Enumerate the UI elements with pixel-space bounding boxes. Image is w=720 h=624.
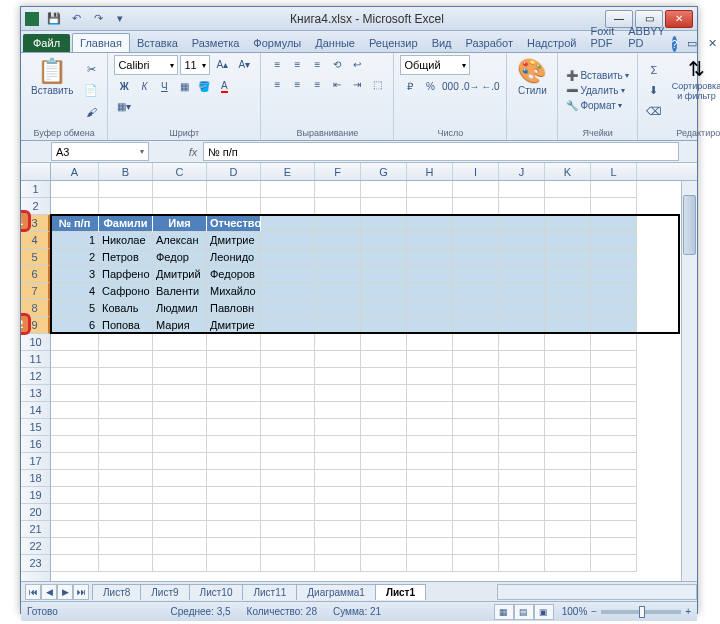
indent-dec-button[interactable]: ⇤ <box>327 75 347 93</box>
inc-decimal-button[interactable]: .0→ <box>460 77 480 95</box>
copy-button[interactable]: 📄 <box>81 81 101 101</box>
cell-I21[interactable] <box>453 521 499 538</box>
cell-D1[interactable] <box>207 181 261 198</box>
cell-I2[interactable] <box>453 198 499 215</box>
cell-I4[interactable] <box>453 232 499 249</box>
cell-I3[interactable] <box>453 215 499 232</box>
cell-C11[interactable] <box>153 351 207 368</box>
cell-F23[interactable] <box>315 555 361 572</box>
cell-K23[interactable] <box>545 555 591 572</box>
cell-C14[interactable] <box>153 402 207 419</box>
paste-button[interactable]: 📋 Вставить <box>27 55 77 126</box>
cell-B8[interactable]: Коваль <box>99 300 153 317</box>
ribbon-tab-0[interactable]: Главная <box>72 33 130 52</box>
cell-E12[interactable] <box>261 368 315 385</box>
cell-E5[interactable] <box>261 249 315 266</box>
cell-H11[interactable] <box>407 351 453 368</box>
cell-E16[interactable] <box>261 436 315 453</box>
cell-K2[interactable] <box>545 198 591 215</box>
cell-D19[interactable] <box>207 487 261 504</box>
cell-K15[interactable] <box>545 419 591 436</box>
cell-F22[interactable] <box>315 538 361 555</box>
cell-A4[interactable]: 1 <box>51 232 99 249</box>
cell-E11[interactable] <box>261 351 315 368</box>
cell-F9[interactable] <box>315 317 361 334</box>
cell-F6[interactable] <box>315 266 361 283</box>
cell-E14[interactable] <box>261 402 315 419</box>
row-header-16[interactable]: 16 <box>21 436 50 453</box>
cell-L23[interactable] <box>591 555 637 572</box>
ribbon-tab-9[interactable]: Foxit PDF <box>583 22 621 52</box>
cell-G3[interactable] <box>361 215 407 232</box>
cell-L9[interactable] <box>591 317 637 334</box>
cell-D4[interactable]: Дмитрие <box>207 232 261 249</box>
cell-G22[interactable] <box>361 538 407 555</box>
cell-A15[interactable] <box>51 419 99 436</box>
cell-F5[interactable] <box>315 249 361 266</box>
cell-H4[interactable] <box>407 232 453 249</box>
cell-C4[interactable]: Алексан <box>153 232 207 249</box>
cell-A14[interactable] <box>51 402 99 419</box>
cell-C19[interactable] <box>153 487 207 504</box>
align-top-button[interactable]: ≡ <box>267 55 287 73</box>
cell-F20[interactable] <box>315 504 361 521</box>
styles-button[interactable]: 🎨 Стили <box>513 55 551 126</box>
cell-L17[interactable] <box>591 453 637 470</box>
cell-F10[interactable] <box>315 334 361 351</box>
indent-inc-button[interactable]: ⇥ <box>347 75 367 93</box>
cell-E21[interactable] <box>261 521 315 538</box>
cell-J1[interactable] <box>499 181 545 198</box>
cell-A20[interactable] <box>51 504 99 521</box>
vertical-scrollbar[interactable] <box>681 181 697 581</box>
cell-A9[interactable]: 6 <box>51 317 99 334</box>
col-header-K[interactable]: K <box>545 163 591 180</box>
font-name-combo[interactable]: Calibri▾ <box>114 55 178 75</box>
row-header-23[interactable]: 23 <box>21 555 50 572</box>
cell-A7[interactable]: 4 <box>51 283 99 300</box>
cell-E8[interactable] <box>261 300 315 317</box>
ribbon-tab-2[interactable]: Разметка <box>185 34 247 52</box>
cell-K8[interactable] <box>545 300 591 317</box>
cell-G5[interactable] <box>361 249 407 266</box>
cell-D16[interactable] <box>207 436 261 453</box>
cell-L12[interactable] <box>591 368 637 385</box>
cell-B11[interactable] <box>99 351 153 368</box>
clear-button[interactable]: ⌫ <box>644 102 664 122</box>
cell-G1[interactable] <box>361 181 407 198</box>
cell-C17[interactable] <box>153 453 207 470</box>
row-header-19[interactable]: 19 <box>21 487 50 504</box>
cell-I6[interactable] <box>453 266 499 283</box>
cell-E13[interactable] <box>261 385 315 402</box>
cell-I18[interactable] <box>453 470 499 487</box>
cell-B5[interactable]: Петров <box>99 249 153 266</box>
cell-J11[interactable] <box>499 351 545 368</box>
autosum-button[interactable]: Σ <box>644 60 664 80</box>
cell-H7[interactable] <box>407 283 453 300</box>
cell-H6[interactable] <box>407 266 453 283</box>
view-layout-button[interactable]: ▤ <box>514 604 534 620</box>
cell-H20[interactable] <box>407 504 453 521</box>
cell-B1[interactable] <box>99 181 153 198</box>
cell-D14[interactable] <box>207 402 261 419</box>
row-header-22[interactable]: 22 <box>21 538 50 555</box>
cell-D10[interactable] <box>207 334 261 351</box>
ribbon-tab-3[interactable]: Формулы <box>246 34 308 52</box>
cell-C7[interactable]: Валенти <box>153 283 207 300</box>
cell-K13[interactable] <box>545 385 591 402</box>
cell-L20[interactable] <box>591 504 637 521</box>
fx-icon[interactable]: fx <box>183 141 203 162</box>
cell-I13[interactable] <box>453 385 499 402</box>
cell-K4[interactable] <box>545 232 591 249</box>
cell-E9[interactable] <box>261 317 315 334</box>
cell-D18[interactable] <box>207 470 261 487</box>
cell-B4[interactable]: Николае <box>99 232 153 249</box>
cell-K22[interactable] <box>545 538 591 555</box>
cell-J14[interactable] <box>499 402 545 419</box>
borders-dropdown[interactable]: ▦▾ <box>114 97 134 115</box>
cell-G17[interactable] <box>361 453 407 470</box>
cell-F7[interactable] <box>315 283 361 300</box>
cell-C1[interactable] <box>153 181 207 198</box>
cell-I22[interactable] <box>453 538 499 555</box>
percent-button[interactable]: % <box>420 77 440 95</box>
cell-J19[interactable] <box>499 487 545 504</box>
